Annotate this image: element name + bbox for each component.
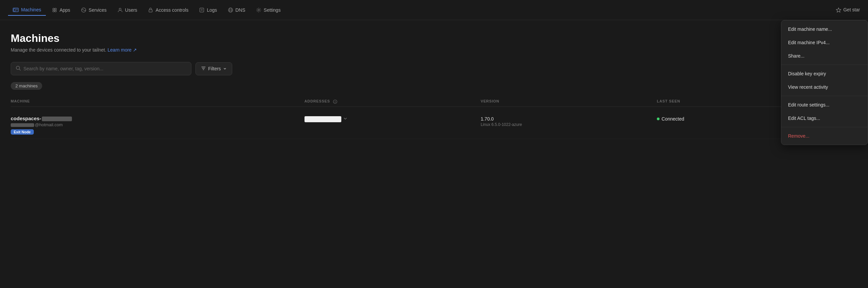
learn-more-link[interactable]: Learn more ↗ (108, 47, 137, 53)
address-chevron-icon[interactable] (343, 117, 347, 121)
nav-apps[interactable]: Apps (47, 4, 75, 16)
machine-owner: @hotmail.com (11, 122, 305, 127)
col-addresses: ADDRESSES (305, 99, 481, 104)
svg-point-7 (55, 10, 56, 12)
nav-dns-label: DNS (236, 7, 246, 13)
get-started-label: Get star (843, 7, 860, 12)
svg-point-5 (55, 8, 56, 10)
star-icon (836, 7, 841, 13)
svg-point-19 (17, 66, 20, 70)
machines-icon (13, 7, 19, 13)
nav-machines[interactable]: Machines (8, 4, 46, 16)
users-icon (118, 7, 123, 13)
table-header: MACHINE ADDRESSES VERSION LAST SEEN (11, 96, 857, 107)
nav-settings[interactable]: Settings (251, 4, 285, 16)
dns-icon (228, 7, 233, 13)
svg-line-20 (20, 69, 21, 71)
dropdown-disable-key-expiry[interactable]: Disable key expiry (781, 67, 868, 80)
nav-logs[interactable]: Logs (194, 4, 221, 16)
address-redacted (305, 116, 341, 122)
filter-button[interactable]: Filters (195, 62, 232, 75)
dropdown-divider-1 (781, 65, 868, 65)
page-title: Machines (11, 32, 857, 45)
col-machine: MACHINE (11, 99, 305, 104)
version-cell: 1.70.0 Linux 6.5.0-1022-azure (480, 116, 657, 127)
logs-icon (199, 7, 205, 13)
connected-dot (657, 118, 659, 120)
svg-point-6 (53, 10, 54, 12)
table-row: codespaces- @hotmail.com Exit Node 1.70.… (11, 110, 857, 139)
page-description: Manage the devices connected to your tai… (11, 47, 857, 53)
nav-settings-label: Settings (264, 7, 281, 13)
filter-chevron-icon (223, 66, 226, 71)
nav-dns[interactable]: DNS (223, 4, 250, 16)
col-version: VERSION (480, 99, 657, 104)
apps-icon (52, 7, 57, 13)
exit-node-badge[interactable]: Exit Node (11, 129, 34, 135)
services-icon (81, 7, 86, 13)
dropdown-edit-acl-tags[interactable]: Edit ACL tags... (781, 112, 868, 125)
nav-services[interactable]: Services (76, 4, 112, 16)
dropdown-view-activity[interactable]: View recent activity (781, 80, 868, 94)
nav-apps-label: Apps (60, 7, 70, 13)
context-dropdown: Edit machine name... Edit machine IPv4..… (781, 20, 868, 145)
dropdown-divider-3 (781, 127, 868, 127)
svg-point-26 (335, 100, 335, 101)
machine-count-badge: 2 machines (11, 82, 42, 90)
nav-access-label: Access controls (156, 7, 188, 13)
machine-name: codespaces- (11, 116, 305, 121)
nav-logs-label: Logs (207, 7, 217, 13)
address-cell (305, 116, 481, 122)
nav-services-label: Services (89, 7, 107, 13)
toolbar: Filters Add de (11, 62, 857, 75)
svg-marker-18 (836, 8, 841, 12)
access-icon (148, 7, 153, 13)
nav-users-label: Users (125, 7, 137, 13)
svg-point-4 (53, 8, 54, 10)
nav-users[interactable]: Users (113, 4, 142, 16)
nav-machines-label: Machines (21, 7, 41, 12)
filter-icon (201, 66, 206, 72)
dropdown-remove[interactable]: Remove... (781, 129, 868, 143)
svg-point-9 (119, 8, 121, 10)
nav-access[interactable]: Access controls (143, 4, 193, 16)
search-box[interactable] (11, 62, 191, 75)
settings-icon (256, 7, 261, 13)
top-nav: Machines Apps Services (0, 0, 868, 20)
addresses-info-icon[interactable] (333, 99, 337, 103)
last-seen-text: Connected (661, 116, 684, 121)
svg-rect-10 (149, 10, 152, 12)
search-input[interactable] (24, 66, 186, 71)
svg-rect-11 (200, 8, 204, 12)
dropdown-edit-name[interactable]: Edit machine name... (781, 23, 868, 36)
dropdown-edit-ipv4[interactable]: Edit machine IPv4... (781, 36, 868, 49)
version-os: Linux 6.5.0-1022-azure (480, 122, 657, 127)
dropdown-divider-2 (781, 96, 868, 96)
nav-get-started[interactable]: Get star (836, 7, 860, 13)
dropdown-share[interactable]: Share... (781, 49, 868, 63)
filter-label: Filters (208, 66, 221, 71)
main-content: Machines Manage the devices connected to… (0, 20, 868, 147)
version-number: 1.70.0 (480, 116, 657, 121)
svg-rect-1 (14, 9, 16, 11)
machine-cell: codespaces- @hotmail.com Exit Node (11, 116, 305, 135)
svg-point-17 (258, 9, 260, 11)
search-icon (16, 66, 21, 72)
dropdown-edit-route[interactable]: Edit route settings... (781, 98, 868, 112)
